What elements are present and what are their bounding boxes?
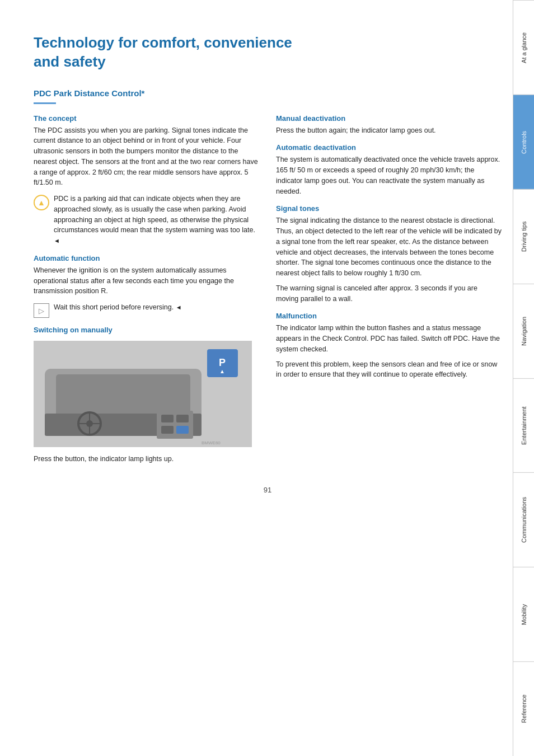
svg-text:BMWE60: BMWE60 (202, 440, 221, 445)
malfunction-para2: To prevent this problem, keep the sensor… (276, 359, 502, 381)
malfunction-heading: Malfunction (276, 312, 502, 320)
manual-deactivation-para: Press the button again; the indicator la… (276, 125, 502, 136)
sidebar-label-controls: Controls (521, 130, 527, 153)
section-divider (34, 102, 56, 104)
note-text-span: Wait this short period before reversing. (54, 303, 174, 311)
sidebar-label-driving-tips: Driving tips (521, 221, 527, 251)
signal-tones-heading: Signal tones (276, 204, 502, 213)
car-image-inner: P ▲ BMWE60 (34, 341, 252, 447)
sidebar-tab-driving-tips[interactable]: Driving tips (513, 189, 534, 284)
note-back-triangle: ◄ (176, 304, 182, 311)
svg-rect-9 (161, 415, 174, 422)
two-column-layout: The concept The PDC assists you when you… (34, 106, 502, 469)
svg-rect-11 (161, 426, 174, 434)
sidebar-tab-mobility[interactable]: Mobility (513, 567, 534, 661)
car-image-svg: P ▲ BMWE60 (34, 341, 252, 447)
sidebar-tab-communications[interactable]: Communications (513, 472, 534, 567)
warning-box: ▲ PDC is a parking aid that can indicate… (34, 194, 259, 246)
note-box: ▷ Wait this short period before reversin… (34, 302, 259, 318)
svg-rect-12 (176, 426, 189, 434)
right-column: Manual deactivation Press the button aga… (276, 106, 502, 469)
malfunction-para1: The indicator lamp within the button fla… (276, 323, 502, 354)
left-column: The concept The PDC assists you when you… (34, 106, 259, 469)
page-title: Technology for comfort, convenience and … (34, 34, 502, 72)
sidebar-label-mobility: Mobility (521, 604, 527, 625)
section-heading: PDC Park Distance Control* (34, 88, 502, 98)
concept-heading: The concept (34, 114, 259, 123)
switching-on-caption: Press the button, the indicator lamp lig… (34, 454, 259, 464)
warning-icon: ▲ (34, 195, 49, 210)
signal-tones-para2: The warning signal is canceled after app… (276, 283, 502, 304)
car-image: P ▲ BMWE60 (34, 341, 252, 447)
main-content: Technology for comfort, convenience and … (0, 0, 513, 756)
note-text-content: Wait this short period before reversing.… (54, 302, 182, 313)
right-sidebar: At a glance Controls Driving tips Naviga… (513, 0, 534, 756)
signal-tones-para1: The signal indicating the distance to th… (276, 215, 502, 279)
auto-function-para: Whenever the ignition is on the system a… (34, 265, 259, 297)
note-icon: ▷ (34, 303, 49, 318)
auto-function-heading: Automatic function (34, 254, 259, 262)
svg-text:P: P (219, 357, 226, 368)
page-wrapper: Technology for comfort, convenience and … (0, 0, 534, 756)
auto-deactivation-para: The system is automatically deactivated … (276, 154, 502, 196)
sidebar-label-at-a-glance: At a glance (521, 32, 527, 63)
back-reference-triangle: ◄ (54, 237, 60, 244)
warning-text: PDC is a parking aid that can indicate o… (54, 194, 259, 246)
sidebar-tab-at-a-glance[interactable]: At a glance (513, 0, 534, 95)
sidebar-tab-navigation[interactable]: Navigation (513, 284, 534, 378)
sidebar-tab-entertainment[interactable]: Entertainment (513, 378, 534, 473)
sidebar-label-entertainment: Entertainment (521, 406, 527, 444)
manual-deactivation-heading: Manual deactivation (276, 114, 502, 123)
switching-on-heading: Switching on manually (34, 326, 259, 334)
svg-text:▲: ▲ (219, 368, 225, 374)
sidebar-tab-controls[interactable]: Controls (513, 95, 534, 189)
warning-text-content: PDC is a parking aid that can indicate o… (54, 195, 255, 234)
sidebar-label-navigation: Navigation (521, 317, 527, 346)
concept-para1: The PDC assists you when you are parking… (34, 125, 259, 189)
auto-deactivation-heading: Automatic deactivation (276, 143, 502, 152)
svg-rect-10 (176, 415, 189, 422)
sidebar-label-communications: Communications (521, 497, 527, 543)
sidebar-label-reference: Reference (521, 695, 527, 724)
title-line1: Technology for comfort, convenience (34, 34, 292, 51)
title-line2: and safety (34, 53, 106, 70)
page-number: 91 (34, 486, 502, 494)
sidebar-tab-reference[interactable]: Reference (513, 661, 534, 756)
